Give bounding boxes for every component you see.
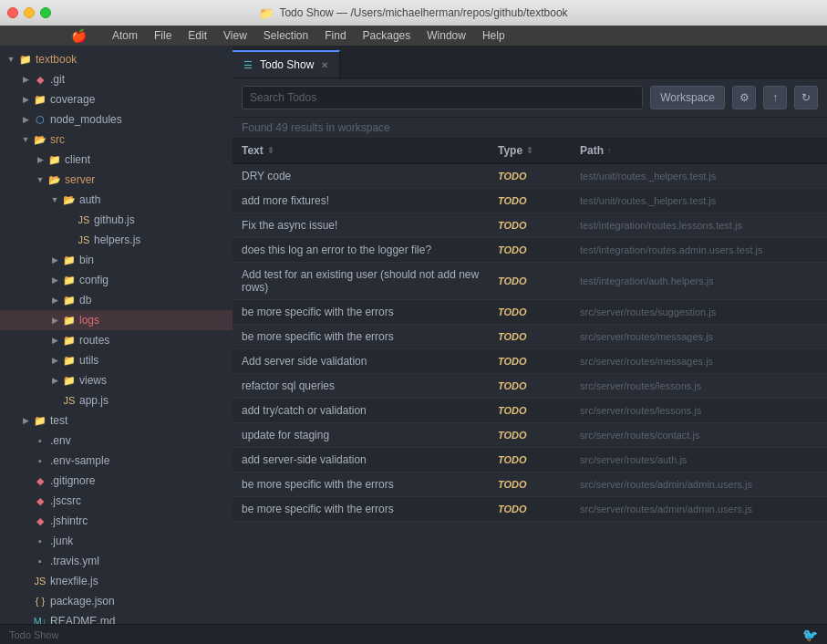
gear-button[interactable]: ⚙ <box>732 86 756 109</box>
sidebar-label: routes <box>79 334 109 347</box>
folder-icon: 📁 <box>33 415 47 427</box>
cell-text: Add server side validation <box>233 349 489 373</box>
tree-arrow: ▶ <box>47 336 62 345</box>
cell-text: add more fixtures! <box>233 189 489 213</box>
th-path[interactable]: Path ↑ <box>571 139 827 162</box>
close-button[interactable] <box>7 7 18 18</box>
folder-icon: 📁 <box>62 254 77 266</box>
sidebar-item-routes[interactable]: ▶ 📁 routes <box>0 330 233 350</box>
menu-selection[interactable]: Selection <box>256 27 315 44</box>
table-row[interactable]: be more specific with the errors TODO sr… <box>233 325 827 349</box>
tree-arrow: ▼ <box>4 55 18 64</box>
sidebar-item-package-json[interactable]: ▶ { } package.json <box>0 591 233 611</box>
tab-todo-show[interactable]: ☰ Todo Show ✕ <box>233 50 340 78</box>
sidebar-item-views[interactable]: ▶ 📁 views <box>0 370 233 390</box>
sidebar-item-config[interactable]: ▶ 📁 config <box>0 270 233 290</box>
tab-bar: ☰ Todo Show ✕ <box>233 46 827 78</box>
js-icon: JS <box>62 395 77 406</box>
cell-text: DRY code <box>233 164 489 188</box>
sidebar-item-readme[interactable]: ▶ M↓ README.md <box>0 611 233 624</box>
sidebar-label: db <box>79 294 91 306</box>
menubar: 🍎 Atom File Edit View Selection Find Pac… <box>0 26 827 46</box>
sidebar-item-bin[interactable]: ▶ 📁 bin <box>0 250 233 270</box>
sidebar-item-src[interactable]: ▼ 📂 src <box>0 130 233 150</box>
sidebar-item-git[interactable]: ▶ ◆ .git <box>0 69 233 89</box>
sidebar-item-coverage[interactable]: ▶ 📁 coverage <box>0 89 233 109</box>
maximize-button[interactable] <box>40 7 51 18</box>
table-row[interactable]: be more specific with the errors TODO sr… <box>233 497 827 522</box>
sidebar-item-env[interactable]: ▶ ▪ .env <box>0 431 233 451</box>
js-icon: JS <box>33 576 47 587</box>
cell-type: TODO <box>489 263 571 299</box>
sidebar-item-server[interactable]: ▼ 📂 server <box>0 170 233 190</box>
menu-find[interactable]: Find <box>317 27 353 44</box>
sort-icon-type: ⇕ <box>526 146 533 155</box>
tab-close-button[interactable]: ✕ <box>321 60 328 70</box>
table-row[interactable]: DRY code TODO test/unit/routes._helpers.… <box>233 164 827 189</box>
menu-view[interactable]: View <box>216 27 254 44</box>
config-icon: ◆ <box>33 495 47 507</box>
sidebar-item-test[interactable]: ▶ 📁 test <box>0 410 233 431</box>
table-row[interactable]: does this log an error to the logger fil… <box>233 238 827 263</box>
table-row[interactable]: be more specific with the errors TODO sr… <box>233 300 827 325</box>
menu-packages[interactable]: Packages <box>356 27 419 44</box>
sidebar-item-db[interactable]: ▶ 📁 db <box>0 290 233 310</box>
table-row[interactable]: add more fixtures! TODO test/unit/routes… <box>233 189 827 213</box>
github-icon: 🐦 <box>802 628 818 642</box>
table-row[interactable]: Add server side validation TODO src/serv… <box>233 349 827 374</box>
sidebar-item-gitignore[interactable]: ▶ ◆ .gitignore <box>0 471 233 491</box>
package-icon: ⬡ <box>33 114 47 126</box>
sidebar-item-env-sample[interactable]: ▶ ▪ .env-sample <box>0 451 233 471</box>
sidebar-item-travis[interactable]: ▶ ▪ .travis.yml <box>0 551 233 571</box>
sidebar-item-client[interactable]: ▶ 📁 client <box>0 150 233 170</box>
sidebar-item-app-js[interactable]: ▶ JS app.js <box>0 390 233 410</box>
traffic-lights[interactable] <box>7 7 51 18</box>
tree-arrow: ▼ <box>33 175 47 184</box>
sidebar-item-junk[interactable]: ▶ ▪ .junk <box>0 531 233 551</box>
cell-type: TODO <box>489 349 571 373</box>
sidebar-item-utils[interactable]: ▶ 📁 utils <box>0 350 233 370</box>
cell-path: test/integration/auth.helpers.js <box>571 263 827 299</box>
tree-root[interactable]: ▼ 📁 textbook <box>0 49 233 69</box>
table-row[interactable]: refactor sql queries TODO src/server/rou… <box>233 374 827 399</box>
sidebar-item-jshintrc[interactable]: ▶ ◆ .jshintrc <box>0 511 233 531</box>
sidebar-label: helpers.js <box>94 234 140 246</box>
table-row[interactable]: be more specific with the errors TODO sr… <box>233 473 827 497</box>
table-row[interactable]: Fix the async issue! TODO test/integrati… <box>233 213 827 238</box>
todo-table[interactable]: Text ⇕ Type ⇕ Path ↑ DRY code TODO test/… <box>233 139 827 624</box>
cell-type: TODO <box>489 325 571 348</box>
md-icon: M↓ <box>33 616 47 624</box>
workspace-button[interactable]: Workspace <box>650 86 725 109</box>
table-row[interactable]: update for staging TODO src/server/route… <box>233 423 827 448</box>
cell-path: src/server/routes/messages.js <box>571 325 827 348</box>
table-row[interactable]: Add test for an existing user (should no… <box>233 263 827 300</box>
sidebar-item-auth[interactable]: ▼ 📂 auth <box>0 190 233 210</box>
cell-text: be more specific with the errors <box>233 473 489 496</box>
table-row[interactable]: add try/catch or validation TODO src/ser… <box>233 399 827 423</box>
file-icon: ▪ <box>33 535 47 546</box>
sidebar-item-logs[interactable]: ▶ 📁 logs <box>0 310 233 330</box>
th-type[interactable]: Type ⇕ <box>489 139 571 162</box>
refresh-button[interactable]: ↻ <box>794 86 818 109</box>
menu-atom[interactable]: Atom <box>105 27 145 44</box>
minimize-button[interactable] <box>24 7 35 18</box>
menu-window[interactable]: Window <box>419 27 473 44</box>
menu-help[interactable]: Help <box>475 27 512 44</box>
table-row[interactable]: add server-side validation TODO src/serv… <box>233 448 827 473</box>
sidebar-item-github-js[interactable]: ▶ JS github.js <box>0 210 233 230</box>
cell-path: src/server/routes/admin/admin.users.js <box>571 497 827 521</box>
folder-icon: 📁 <box>62 315 77 327</box>
sidebar-item-node-modules[interactable]: ▶ ⬡ node_modules <box>0 109 233 130</box>
upload-button[interactable]: ↑ <box>763 86 787 109</box>
apple-menu[interactable]: 🍎 <box>64 26 94 45</box>
th-text[interactable]: Text ⇕ <box>233 139 489 162</box>
folder-icon: 📁 <box>62 355 77 367</box>
sidebar-item-knexfile[interactable]: ▶ JS knexfile.js <box>0 571 233 591</box>
sidebar-item-helpers-js[interactable]: ▶ JS helpers.js <box>0 230 233 250</box>
tree-arrow: ▶ <box>47 296 62 305</box>
menu-edit[interactable]: Edit <box>181 27 214 44</box>
tree-arrow: ▶ <box>18 95 33 104</box>
search-input[interactable] <box>242 86 643 109</box>
menu-file[interactable]: File <box>147 27 179 44</box>
sidebar-item-jscsrc[interactable]: ▶ ◆ .jscsrc <box>0 491 233 511</box>
